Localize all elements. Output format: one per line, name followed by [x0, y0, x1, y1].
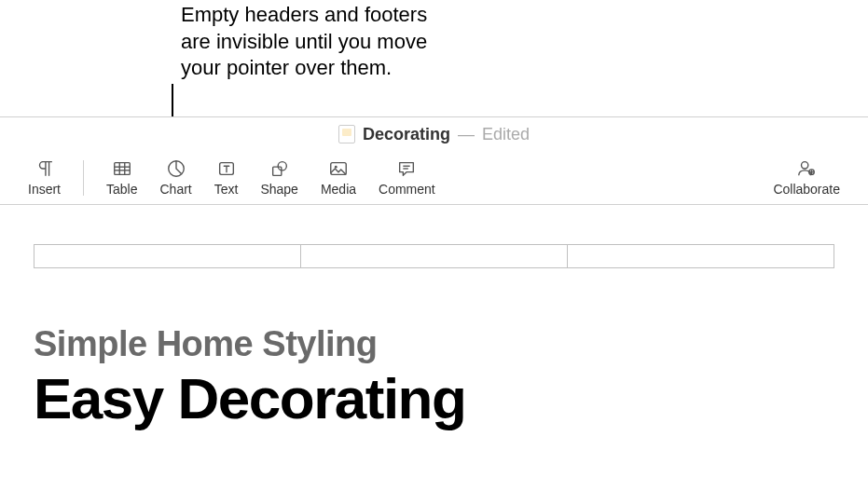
table-label: Table [106, 182, 137, 197]
page-header-fields[interactable] [34, 244, 834, 268]
header-field-right[interactable] [568, 245, 834, 267]
svg-point-8 [278, 162, 286, 170]
toolbar-group-left: Insert [17, 157, 72, 198]
table-button[interactable]: Table [95, 157, 148, 198]
paragraph-icon [34, 158, 56, 179]
shape-button[interactable]: Shape [249, 157, 309, 198]
header-field-left[interactable] [34, 245, 301, 267]
svg-point-13 [802, 162, 808, 169]
collaborate-button[interactable]: Collaborate [762, 157, 851, 198]
media-button[interactable]: Media [310, 157, 367, 198]
comment-icon [395, 158, 418, 179]
document-subtitle[interactable]: Simple Home Styling [34, 324, 834, 364]
text-button[interactable]: Text [203, 157, 250, 198]
comment-button[interactable]: Comment [367, 157, 447, 198]
annotation-line-1: Empty headers and footers [181, 2, 427, 29]
toolbar-group-main: Table Chart Text Shape [95, 157, 447, 198]
document-icon [338, 125, 355, 143]
header-field-center[interactable] [301, 245, 568, 267]
comment-label: Comment [379, 182, 435, 197]
title-separator: — [458, 125, 475, 144]
table-icon [111, 158, 133, 179]
callout-annotation: Empty headers and footers are invisible … [181, 2, 427, 82]
media-icon [327, 158, 350, 179]
shape-label: Shape [260, 182, 297, 197]
media-label: Media [321, 182, 356, 197]
insert-label: Insert [28, 182, 61, 197]
toolbar-divider [83, 160, 84, 196]
shape-icon [269, 158, 291, 179]
chart-label: Chart [159, 182, 191, 197]
annotation-line-2: are invisible until you move [181, 29, 427, 56]
document-status: Edited [482, 125, 530, 144]
insert-button[interactable]: Insert [17, 157, 72, 198]
chart-button[interactable]: Chart [148, 157, 202, 198]
collaborate-label: Collaborate [773, 182, 840, 197]
chart-icon [165, 158, 187, 179]
document-title[interactable]: Decorating [363, 125, 450, 144]
toolbar-group-right: Collaborate [762, 157, 851, 198]
toolbar: Insert Table Chart Text [0, 151, 868, 205]
document-canvas[interactable]: Simple Home Styling Easy Decorating [0, 244, 868, 429]
document-body[interactable]: Simple Home Styling Easy Decorating [0, 268, 868, 429]
svg-rect-0 [115, 163, 131, 175]
document-heading[interactable]: Easy Decorating [34, 368, 834, 429]
application-window: Decorating — Edited Insert Table [0, 116, 868, 491]
window-titlebar: Decorating — Edited [0, 117, 868, 151]
text-label: Text [214, 182, 239, 197]
text-icon [215, 158, 238, 179]
svg-rect-7 [272, 167, 281, 175]
collaborate-icon [795, 158, 818, 179]
annotation-line-3: your pointer over them. [181, 55, 427, 82]
